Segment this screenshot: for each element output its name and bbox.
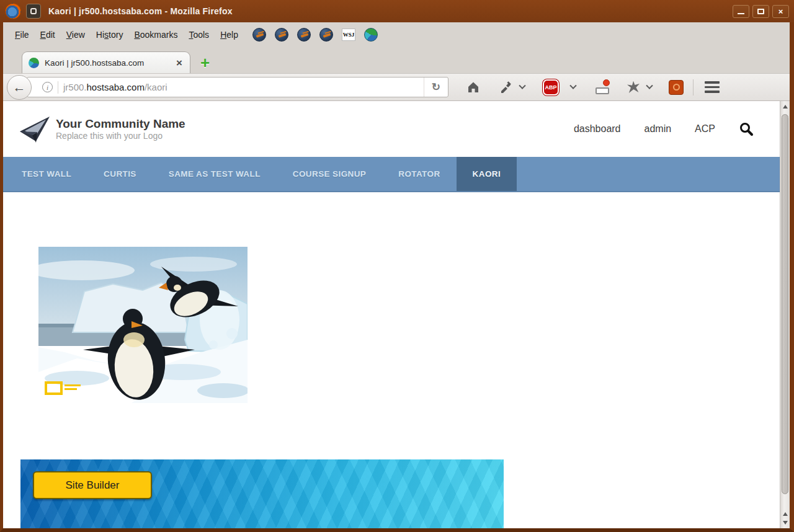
home-icon [466, 81, 480, 94]
site-header: Your Community Name Replace this with yo… [3, 101, 780, 157]
back-button[interactable]: ← [7, 75, 32, 100]
site-info-icon[interactable]: i [42, 82, 53, 92]
reload-button[interactable]: ↻ [424, 78, 448, 97]
eyedropper-icon [500, 81, 512, 94]
scrollbar-thumb[interactable] [782, 114, 788, 494]
menu-label-mnemonic: F [15, 30, 20, 40]
nav-item-curtis[interactable]: CURTIS [87, 157, 153, 191]
tab-close-icon[interactable]: × [175, 58, 184, 68]
orange-addon-icon [669, 80, 684, 95]
url-host-prefix: jr500. [63, 82, 87, 92]
menu-tools[interactable]: Tools [183, 27, 215, 43]
bookmark-orb-icon[interactable] [275, 28, 288, 42]
menu-hamburger-button[interactable] [700, 81, 725, 93]
link-acp[interactable]: ACP [695, 123, 715, 135]
logo-subtitle: Replace this with your Logo [56, 131, 185, 141]
eyedropper-dropdown-icon[interactable] [519, 82, 525, 89]
site-builder-button[interactable]: Site Builder [33, 471, 152, 499]
bug-dropdown-icon[interactable] [646, 82, 653, 89]
menubar-shortcut-icons: WSJ [252, 28, 378, 42]
globe-bookmark-icon[interactable] [364, 28, 378, 42]
adblock-abp-icon: ABP [543, 79, 559, 95]
menu-label-post: tory [109, 30, 123, 40]
header-links: dashboard admin ACP [574, 122, 754, 136]
menu-label-post: ools [193, 30, 209, 40]
hamburger-bar [705, 91, 720, 93]
adblock-dropdown-icon[interactable] [569, 82, 576, 89]
site-logo[interactable]: Your Community Name Replace this with yo… [19, 114, 185, 144]
bug-extension-button[interactable] [624, 77, 643, 98]
url-bar[interactable]: i jr500.hostsaba.com/kaori ↻ [27, 77, 448, 97]
community-name: Your Community Name [56, 117, 185, 131]
navigation-toolbar: ← i jr500.hostsaba.com/kaori ↻ ABP [3, 73, 790, 101]
card-glyph [596, 87, 609, 94]
scroll-up-button[interactable] [780, 102, 790, 111]
home-button[interactable] [463, 77, 483, 98]
window-title: Kaori | jr500.hostsaba.com - Mozilla Fir… [48, 6, 233, 16]
link-dashboard[interactable]: dashboard [574, 123, 621, 135]
bookmark-orb-icon[interactable] [319, 28, 333, 42]
minimize-icon [738, 13, 744, 14]
arrow-up-icon [783, 512, 788, 516]
firefox-logo-icon [5, 3, 21, 19]
bookmark-orb-icon[interactable] [252, 28, 266, 42]
scroll-down-button[interactable] [780, 518, 790, 527]
notification-extension-button[interactable] [592, 77, 614, 98]
nav-item-rotator[interactable]: ROTATOR [382, 157, 456, 191]
window-controls: × [733, 5, 789, 18]
notification-dot [603, 79, 610, 86]
new-tab-button[interactable]: + [200, 55, 210, 71]
url-separator [58, 81, 58, 94]
ubuntu-addon-button[interactable] [666, 77, 687, 98]
link-admin[interactable]: admin [645, 123, 672, 135]
page-menu-glyph [30, 8, 37, 14]
nav-item-test-wall[interactable]: TEST WALL [6, 157, 87, 191]
nav-item-same-as-test-wall[interactable]: SAME AS TEST WALL [153, 157, 277, 191]
menu-help[interactable]: Help [215, 27, 244, 43]
adblock-button[interactable]: ABP [540, 77, 562, 98]
menu-label-mnemonic: H [220, 30, 226, 40]
nav-item-course-signup[interactable]: COURSE SIGNUP [277, 157, 382, 191]
menu-label-post: dit [46, 30, 55, 40]
bookmark-orb-icon[interactable] [297, 28, 311, 42]
hamburger-bar [705, 81, 720, 84]
search-icon[interactable] [739, 122, 754, 136]
menu-file[interactable]: File [9, 27, 35, 43]
vertical-scrollbar[interactable] [780, 101, 790, 528]
close-button[interactable]: × [772, 5, 789, 18]
penguins-photo [38, 247, 248, 403]
menu-label-post: ookmarks [140, 30, 178, 40]
browser-window: Kaori | jr500.hostsaba.com - Mozilla Fir… [0, 0, 794, 532]
bug-icon [627, 81, 640, 94]
wsj-bookmark-icon[interactable]: WSJ [342, 29, 355, 41]
menu-label-pre: Hi [96, 30, 104, 40]
page-menu-icon[interactable] [26, 4, 41, 19]
hamburger-bar [705, 86, 720, 89]
tab-kaori[interactable]: Kaori | jr500.hostsaba.com × [22, 51, 190, 73]
menu-label-mnemonic: E [40, 30, 46, 40]
addon-ring-glyph [673, 84, 680, 91]
nav-item-kaori-active[interactable]: KAORI [457, 157, 517, 191]
url-host: hostsaba.com [87, 82, 145, 92]
url-path: /kaori [145, 82, 167, 92]
menu-bookmarks[interactable]: Bookmarks [128, 27, 183, 43]
logo-text: Your Community Name Replace this with yo… [56, 117, 185, 141]
menu-view[interactable]: View [61, 27, 91, 43]
menu-label-post: iew [72, 30, 85, 40]
tab-favicon-icon [29, 58, 39, 68]
menu-edit[interactable]: Edit [35, 27, 61, 43]
menubar: File Edit View History Bookmarks Tools H… [3, 22, 790, 47]
browser-viewport: Your Community Name Replace this with yo… [3, 101, 790, 528]
maximize-button[interactable] [752, 5, 769, 18]
site-nav: TEST WALL CURTIS SAME AS TEST WALL COURS… [3, 157, 780, 192]
menu-label-mnemonic: V [66, 30, 72, 40]
scroll-up-button-bottom[interactable] [780, 510, 790, 518]
eyedropper-button[interactable] [497, 77, 515, 98]
minimize-button[interactable] [733, 5, 749, 18]
arrow-down-icon [783, 521, 788, 525]
url-text[interactable]: jr500.hostsaba.com/kaori [63, 82, 419, 92]
tab-title: Kaori | jr500.hostsaba.com [45, 58, 169, 68]
paper-plane-icon [19, 114, 51, 144]
menu-history[interactable]: History [91, 27, 129, 43]
titlebar: Kaori | jr500.hostsaba.com - Mozilla Fir… [0, 0, 794, 22]
